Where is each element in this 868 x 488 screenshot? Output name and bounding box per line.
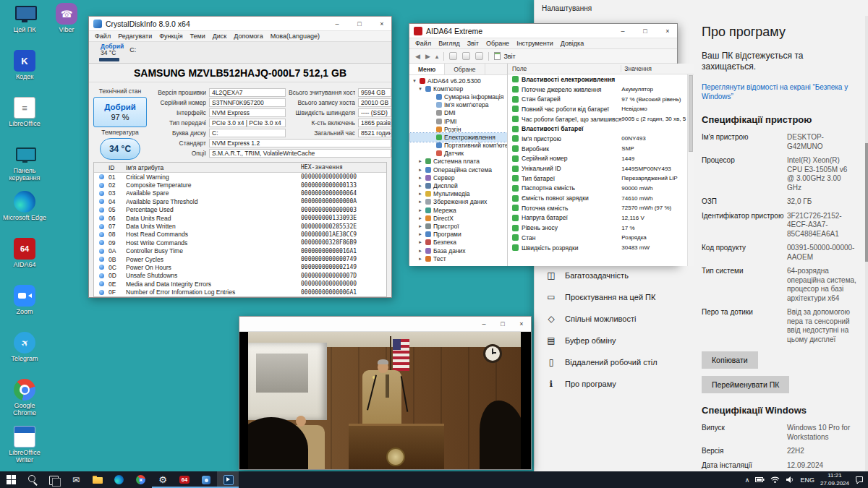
taskbar-app-chrome[interactable]: [130, 471, 152, 488]
aida-info-row[interactable]: Повний час роботи від батареї Невідомо: [508, 104, 694, 114]
toolbar-icon[interactable]: [462, 52, 470, 60]
health-status-box[interactable]: Добрий 97 %: [93, 97, 147, 127]
aida-info-row[interactable]: Стан батарей 97 % (Високий рівень): [508, 94, 694, 104]
forward-icon[interactable]: ▶: [425, 53, 430, 60]
aida-tree-item[interactable]: ▸ Дисплей: [409, 181, 507, 189]
menu-item[interactable]: Теми: [190, 33, 205, 40]
aida-info-row[interactable]: Час роботи батареї, що залишився 9005 с …: [508, 114, 694, 124]
rename-pc-button[interactable]: Перейменувати ПК: [702, 376, 789, 393]
battery-icon[interactable]: [755, 476, 765, 484]
aida-tree-item[interactable]: ▸ Тест: [409, 254, 507, 262]
smart-row[interactable]: 08 Host Read Commands 000000001AE38CC9: [94, 231, 386, 239]
aida-tree-item[interactable]: Датчик: [409, 150, 507, 158]
aida-tree-item[interactable]: ▸ Пристрої: [409, 222, 507, 230]
smart-row[interactable]: 0F Number of Error Information Log Entri…: [94, 288, 386, 296]
windows-security-link[interactable]: Переглянути відомості на екрані “Безпека…: [702, 82, 857, 101]
aida-tree-item[interactable]: Ім'я комп'ютера: [409, 101, 507, 109]
aida-tree-item[interactable]: ▸ Мережа: [409, 206, 507, 214]
scrollbar-thumb[interactable]: [865, 143, 868, 262]
aida-info-row[interactable]: Унікальний ID 1449SMP00NY493: [508, 163, 694, 174]
menu-item[interactable]: Файл: [415, 40, 431, 47]
menu-item[interactable]: Диск: [213, 33, 227, 40]
menu-item[interactable]: Обране: [486, 40, 509, 47]
smart-row[interactable]: 0E Media and Data Integrity Errors 00000…: [94, 280, 386, 288]
settings-menu-shared-experiences[interactable]: ◇ Спільні можливості: [535, 308, 684, 330]
minimize-button[interactable]: –: [475, 317, 493, 331]
notifications-icon[interactable]: [855, 476, 864, 484]
expander-icon[interactable]: ▸: [417, 175, 423, 181]
scrollbar[interactable]: [865, 16, 868, 471]
aida-info-row[interactable]: Ємність повної зарядки 74610 mWh: [508, 193, 694, 203]
aida-tree-item[interactable]: ▸ Безпека: [409, 239, 507, 247]
network-wifi-icon[interactable]: [770, 476, 780, 484]
expander-icon[interactable]: ▾: [417, 86, 423, 92]
desktop-icon-libreoffice[interactable]: ≡ LibreOffice: [4, 97, 45, 144]
menu-item[interactable]: Функція: [159, 33, 182, 40]
expander-icon[interactable]: ▸: [417, 248, 423, 254]
back-icon[interactable]: ◀: [415, 53, 420, 60]
aida-tree-item[interactable]: DMI: [409, 109, 507, 117]
expander-icon[interactable]: ▸: [417, 256, 423, 262]
desktop-icon-codec[interactable]: K Кодек: [4, 50, 45, 97]
maximize-button[interactable]: □: [350, 17, 369, 30]
taskbar-app-video-player[interactable]: [217, 471, 239, 488]
aida-info-row[interactable]: Властивості батареї: [508, 124, 694, 134]
aida-info-row[interactable]: Виробник SMP: [508, 144, 694, 154]
aida-tree-item[interactable]: IPMI: [409, 117, 507, 125]
language-indicator[interactable]: ENG: [800, 476, 814, 484]
aida-info-row[interactable]: Рівень зносу 17 %: [508, 223, 694, 233]
menu-item[interactable]: Мова(Language): [271, 33, 320, 40]
expander-icon[interactable]: ▸: [417, 199, 423, 205]
desktop-icon-this-pc[interactable]: Цей ПК: [4, 3, 45, 50]
smart-row[interactable]: 06 Data Units Read 000000000133093E: [94, 214, 386, 222]
toolbar-icon[interactable]: [449, 52, 457, 60]
menu-item[interactable]: Файл: [95, 33, 111, 40]
smart-row[interactable]: 09 Host Write Commands 00000000328F86B9: [94, 239, 386, 247]
smart-row[interactable]: 0C Power On Hours 0000000000002149: [94, 263, 386, 271]
aida-info-row[interactable]: Поточна ємність 72570 mWh (97 %): [508, 203, 694, 213]
taskbar-app-crystaldiskinfo[interactable]: [195, 471, 217, 488]
up-icon[interactable]: ▴: [435, 53, 439, 60]
taskbar-task-view-button[interactable]: [43, 471, 65, 488]
taskbar-app-aida64[interactable]: 64: [174, 471, 195, 488]
aida-info-row[interactable]: Паспортна ємність 90000 mWh: [508, 184, 694, 194]
menu-item[interactable]: Інструменти: [516, 40, 553, 47]
minimize-button[interactable]: –: [328, 17, 346, 30]
report-button[interactable]: Звіт: [494, 52, 515, 60]
desktop-icon-writer[interactable]: LibreOffice Writer: [4, 426, 45, 473]
disk-strip-scrollbar[interactable]: [99, 58, 119, 61]
desktop-icon-edge[interactable]: Microsoft Edge: [4, 191, 45, 238]
tab-menu[interactable]: Меню: [409, 64, 445, 74]
expander-icon[interactable]: ▸: [417, 239, 423, 245]
desktop-icon-chrome[interactable]: Google Chrome: [4, 379, 45, 426]
aida-info-row[interactable]: Тип батареї Перезаряджений LiP: [508, 174, 694, 184]
smart-row[interactable]: 0B Power Cycles 0000000000000749: [94, 255, 386, 263]
menu-item[interactable]: Редагувати: [118, 33, 152, 40]
scrollbar-thumb[interactable]: [689, 75, 693, 152]
menu-item[interactable]: Вигляд: [438, 40, 460, 47]
smart-row[interactable]: 01 Critical Warning 0000000000000000: [94, 173, 386, 181]
desktop-icon-control-panel[interactable]: Панель керування: [4, 144, 45, 191]
volume-icon[interactable]: [786, 476, 794, 484]
taskbar-app-mail[interactable]: ✉: [65, 471, 87, 488]
aida-tree-item[interactable]: ▸ База даних: [409, 247, 507, 254]
settings-menu-about[interactable]: ℹ Про програму: [535, 373, 684, 395]
desktop-icon-aida64[interactable]: 64 AIDA64: [4, 238, 45, 285]
expander-icon[interactable]: ▸: [417, 207, 423, 213]
taskbar-app-file-explorer[interactable]: [87, 471, 109, 488]
aida-tree-item[interactable]: ▸ Системна плата: [409, 158, 507, 166]
aida-tree-item[interactable]: ▸ Операційна система: [409, 166, 507, 174]
aida-tree-item[interactable]: ▸ DirectX: [409, 214, 507, 222]
expander-icon[interactable]: ▸: [417, 167, 423, 173]
aida-tree-item[interactable]: ▾ AIDA64 v6.20.5300: [409, 77, 507, 85]
smart-row[interactable]: 04 Available Spare Threshold 00000000000…: [94, 197, 386, 205]
taskbar-start-button[interactable]: [0, 471, 22, 488]
aida-info-row[interactable]: Поточне джерело живлення Акумулятор: [508, 85, 694, 95]
desktop-icon-telegram[interactable]: ✈ Telegram: [4, 332, 45, 379]
smart-row[interactable]: 02 Composite Temperature 000000000000013…: [94, 181, 386, 189]
aida-tree-item[interactable]: Розгін: [409, 125, 507, 133]
expander-icon[interactable]: ▸: [417, 215, 423, 221]
video-frame[interactable]: [239, 332, 531, 469]
maximize-button[interactable]: □: [636, 24, 655, 38]
expander-icon[interactable]: ▸: [417, 223, 423, 229]
